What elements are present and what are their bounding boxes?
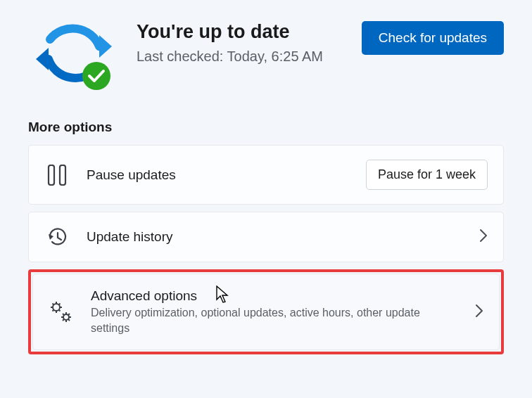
- chevron-right-icon: [479, 229, 488, 245]
- svg-marker-0: [99, 35, 112, 58]
- status-last-checked: Last checked: Today, 6:25 AM: [137, 47, 345, 66]
- status-title: You're up to date: [137, 21, 345, 43]
- svg-line-11: [53, 303, 54, 304]
- svg-rect-3: [49, 165, 54, 185]
- status-text-block: You're up to date Last checked: Today, 6…: [137, 21, 345, 66]
- svg-line-22: [63, 319, 64, 321]
- pause-updates-label: Pause updates: [87, 167, 349, 183]
- history-icon: [44, 226, 70, 248]
- svg-line-21: [68, 319, 70, 321]
- svg-point-2: [82, 62, 110, 90]
- svg-line-23: [68, 314, 70, 315]
- pause-updates-row: Pause updates Pause for 1 week: [28, 145, 504, 205]
- update-history-label: Update history: [87, 229, 462, 245]
- advanced-options-row[interactable]: Advanced options Delivery optimization, …: [32, 274, 500, 350]
- advanced-options-description: Delivery optimization, optional updates,…: [91, 305, 458, 335]
- advanced-options-highlight: Advanced options Delivery optimization, …: [28, 269, 504, 354]
- svg-line-20: [63, 314, 64, 315]
- more-options-heading: More options: [28, 120, 504, 135]
- svg-point-15: [63, 314, 69, 320]
- pause-icon: [44, 165, 70, 186]
- advanced-options-label: Advanced options: [91, 288, 458, 304]
- svg-line-14: [59, 303, 61, 304]
- update-status-header: You're up to date Last checked: Today, 6…: [28, 21, 504, 91]
- svg-line-12: [59, 309, 61, 311]
- pause-for-1-week-button[interactable]: Pause for 1 week: [366, 160, 488, 190]
- update-history-row[interactable]: Update history: [28, 212, 504, 262]
- sync-status-icon: [28, 21, 120, 91]
- svg-marker-1: [36, 48, 49, 70]
- svg-marker-5: [49, 234, 53, 240]
- gears-icon: [49, 300, 74, 324]
- chevron-right-icon: [475, 304, 483, 321]
- svg-line-13: [53, 309, 54, 311]
- svg-rect-4: [60, 165, 65, 185]
- check-for-updates-button[interactable]: Check for updates: [362, 21, 504, 55]
